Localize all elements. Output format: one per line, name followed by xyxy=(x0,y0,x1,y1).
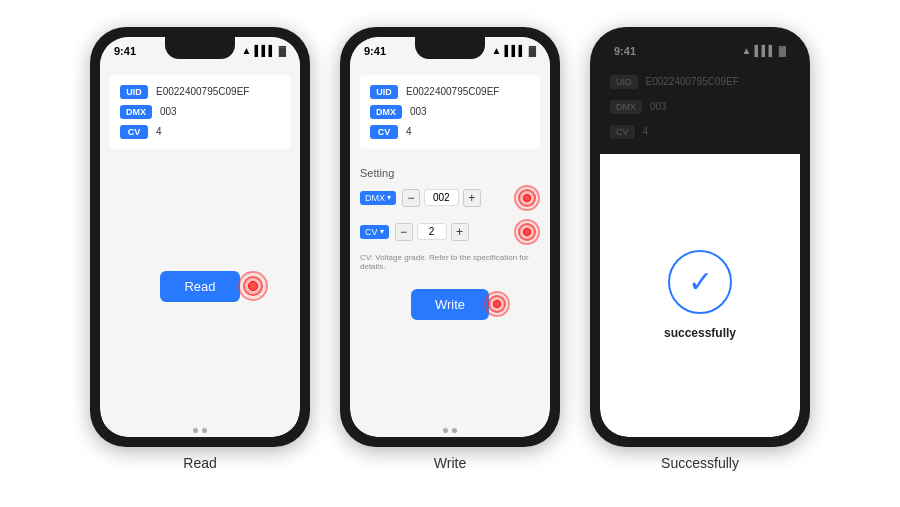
write-screen-body: UID E0022400795C09EF DMX 003 CV 4 xyxy=(350,65,550,420)
checkmark-icon: ✓ xyxy=(688,267,713,297)
home-dot-2-write xyxy=(452,428,457,433)
cv-setting-label: CV xyxy=(365,227,378,237)
write-info-card: UID E0022400795C09EF DMX 003 CV 4 xyxy=(360,75,540,149)
cv-tag-success: CV xyxy=(610,125,635,139)
ripple-cv xyxy=(514,219,540,245)
uid-value-success: E0022400795C09EF xyxy=(646,76,739,87)
dmx-row-read: DMX 003 xyxy=(120,105,280,119)
cv-badge-read: CV xyxy=(120,125,148,139)
dmx-badge-read: DMX xyxy=(120,105,152,119)
uid-row-read: UID E0022400795C09EF xyxy=(120,85,280,99)
dark-info-section: UID E0022400795C09EF DMX 003 CV 4 xyxy=(600,65,800,154)
cv-badge-write: CV xyxy=(370,125,398,139)
write-phone-frame: 9:41 ▲ ▌▌▌ ▓ UID E0022400 xyxy=(340,27,560,447)
battery-icon-success: ▓ xyxy=(779,45,786,56)
ripple-dmx xyxy=(514,185,540,211)
home-dot-1-read xyxy=(193,428,198,433)
ripple-write xyxy=(484,291,510,317)
wifi-icon-write: ▲ xyxy=(492,45,502,56)
cv-minus-button[interactable]: − xyxy=(395,223,413,241)
uid-value-write: E0022400795C09EF xyxy=(406,86,499,97)
cv-row-write: CV 4 xyxy=(370,125,530,139)
read-section: 9:41 ▲ ▌▌▌ ▓ UID E0022400 xyxy=(90,27,310,471)
wifi-icon-success: ▲ xyxy=(742,45,752,56)
battery-icon: ▓ xyxy=(279,45,286,56)
dmx-tag-success: DMX xyxy=(610,100,642,114)
home-dots-read xyxy=(100,420,300,437)
cv-setting-row: CV ▾ − 2 + xyxy=(360,219,540,245)
cv-value-success: 4 xyxy=(643,126,649,137)
status-icons-read: ▲ ▌▌▌ ▓ xyxy=(242,45,286,56)
success-panel: ✓ successfully xyxy=(600,154,800,437)
status-icons-success: ▲ ▌▌▌ ▓ xyxy=(742,45,786,56)
home-dots-write xyxy=(350,420,550,437)
time-success: 9:41 xyxy=(614,45,636,57)
dmx-plus-button[interactable]: + xyxy=(463,189,481,207)
dmx-setting-row: DMX ▾ − 002 + xyxy=(360,185,540,211)
uid-value-read: E0022400795C09EF xyxy=(156,86,249,97)
dmx-value-read: 003 xyxy=(160,106,177,117)
uid-tag-success: UID xyxy=(610,75,638,89)
status-bar-read: 9:41 ▲ ▌▌▌ ▓ xyxy=(100,37,300,65)
dmx-value-success: 003 xyxy=(650,101,667,112)
dmx-row-write: DMX 003 xyxy=(370,105,530,119)
ripple-inner-read xyxy=(248,281,258,291)
write-section: 9:41 ▲ ▌▌▌ ▓ UID E0022400 xyxy=(340,27,560,471)
cv-value-write: 4 xyxy=(406,126,412,137)
dmx-value-write: 003 xyxy=(410,106,427,117)
success-section: 9:41 ▲ ▌▌▌ ▓ UID E0022400795C09EF xyxy=(590,27,810,471)
status-icons-write: ▲ ▌▌▌ ▓ xyxy=(492,45,536,56)
dmx-setting-label: DMX xyxy=(365,193,385,203)
helper-text: CV: Voltage grade. Refer to the specific… xyxy=(360,253,540,271)
ripple-container-read xyxy=(236,269,270,303)
notch-success xyxy=(665,37,735,59)
signal-icon: ▌▌▌ xyxy=(254,45,275,56)
setting-label: Setting xyxy=(360,167,540,179)
dmx-minus-button[interactable]: − xyxy=(402,189,420,207)
write-phone-screen: 9:41 ▲ ▌▌▌ ▓ UID E0022400 xyxy=(350,37,550,437)
dmx-badge-write: DMX xyxy=(370,105,402,119)
notch-write xyxy=(415,37,485,59)
phones-container: 9:41 ▲ ▌▌▌ ▓ UID E0022400 xyxy=(90,27,810,481)
read-phone-frame: 9:41 ▲ ▌▌▌ ▓ UID E0022400 xyxy=(90,27,310,447)
cv-control: − 2 + xyxy=(395,223,508,241)
cv-value-read: 4 xyxy=(156,126,162,137)
success-circle: ✓ xyxy=(668,250,732,314)
dmx-dropdown-arrow: ▾ xyxy=(387,193,391,202)
write-button-area: Write xyxy=(360,289,540,320)
wifi-icon: ▲ xyxy=(242,45,252,56)
read-label: Read xyxy=(183,455,216,471)
success-phone-screen: 9:41 ▲ ▌▌▌ ▓ UID E0022400795C09EF xyxy=(600,37,800,437)
home-dot-1-write xyxy=(443,428,448,433)
uid-row-write: UID E0022400795C09EF xyxy=(370,85,530,99)
dmx-input[interactable]: 002 xyxy=(424,189,459,206)
read-button-area: Read xyxy=(110,163,290,410)
success-text: successfully xyxy=(664,326,736,340)
setting-section: Setting DMX ▾ − 002 + xyxy=(360,163,540,279)
signal-icon-write: ▌▌▌ xyxy=(504,45,525,56)
cv-input[interactable]: 2 xyxy=(417,223,447,240)
write-label: Write xyxy=(434,455,466,471)
uid-badge-write: UID xyxy=(370,85,398,99)
cv-setting-tag: CV ▾ xyxy=(360,225,389,239)
write-button[interactable]: Write xyxy=(411,289,489,320)
cv-row-success: CV 4 xyxy=(610,125,790,139)
notch-read xyxy=(165,37,235,59)
ripple-inner-dmx xyxy=(523,194,531,202)
ripple-inner-write xyxy=(493,300,501,308)
read-phone-screen: 9:41 ▲ ▌▌▌ ▓ UID E0022400 xyxy=(100,37,300,437)
status-bar-success: 9:41 ▲ ▌▌▌ ▓ xyxy=(600,37,800,65)
signal-icon-success: ▌▌▌ xyxy=(754,45,775,56)
battery-icon-write: ▓ xyxy=(529,45,536,56)
dmx-row-success: DMX 003 xyxy=(610,100,790,114)
read-button[interactable]: Read xyxy=(160,271,239,302)
success-label: Successfully xyxy=(661,455,739,471)
dmx-setting-tag: DMX ▾ xyxy=(360,191,396,205)
read-info-card: UID E0022400795C09EF DMX 003 CV 4 xyxy=(110,75,290,149)
dmx-control: − 002 + xyxy=(402,189,508,207)
time-write: 9:41 xyxy=(364,45,386,57)
cv-plus-button[interactable]: + xyxy=(451,223,469,241)
read-screen-body: UID E0022400795C09EF DMX 003 CV 4 xyxy=(100,65,300,420)
ripple-inner-cv xyxy=(523,228,531,236)
uid-badge-read: UID xyxy=(120,85,148,99)
